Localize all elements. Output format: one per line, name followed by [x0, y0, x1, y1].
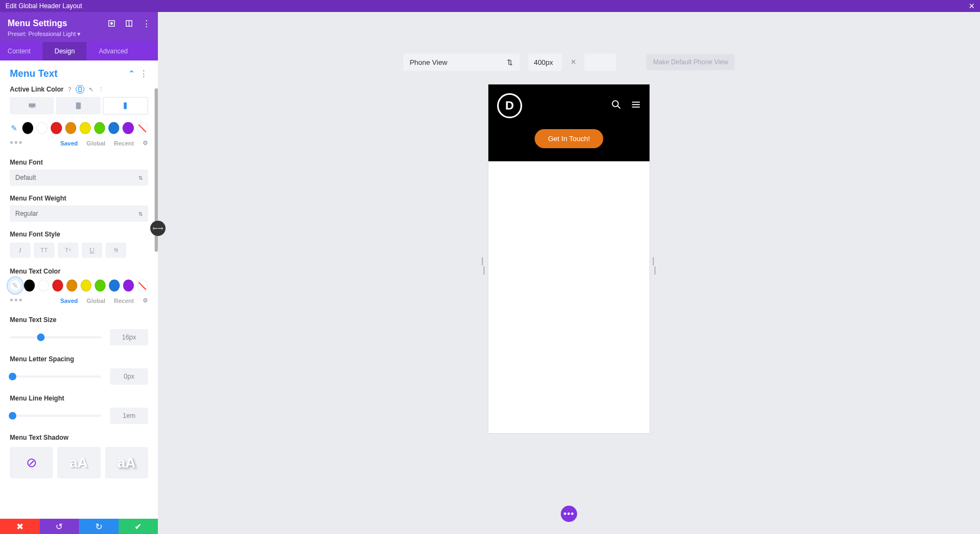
redo-button[interactable]: ↻ [79, 519, 119, 534]
more-colors-icon[interactable]: ••• [10, 295, 23, 306]
letter-spacing-slider[interactable] [10, 375, 101, 378]
palette-saved[interactable]: Saved [60, 140, 78, 147]
palette-global[interactable]: Global [87, 298, 105, 304]
view-mode-select[interactable]: Phone View⇅ [403, 53, 519, 71]
cancel-button[interactable]: ✖ [0, 519, 40, 534]
floating-actions-button[interactable]: ••• [561, 506, 577, 522]
cta-button[interactable]: Get In Touch! [535, 129, 603, 148]
more-colors-icon[interactable]: ••• [10, 137, 23, 149]
gear-icon[interactable]: ⚙ [143, 139, 148, 147]
menu-font-label: Menu Font [10, 159, 148, 166]
section-title: Menu Text [10, 68, 58, 80]
color-none[interactable] [137, 280, 148, 292]
color-purple[interactable] [123, 280, 134, 292]
menu-font-weight-select[interactable]: Regular⇅ [10, 205, 148, 222]
shadow-option-1[interactable]: aA [57, 447, 100, 478]
svg-point-9 [612, 101, 618, 107]
svg-rect-6 [30, 108, 33, 108]
color-purple[interactable] [122, 122, 133, 134]
svg-rect-5 [29, 104, 35, 107]
svg-line-10 [618, 106, 621, 109]
search-icon[interactable] [611, 100, 621, 112]
device-phone[interactable] [103, 97, 148, 114]
gear-icon[interactable]: ⚙ [143, 297, 148, 304]
color-yellow[interactable] [79, 122, 90, 134]
style-uppercase[interactable]: TT [34, 242, 54, 258]
color-green[interactable] [95, 280, 106, 292]
viewport-width-input[interactable]: 400px [528, 53, 562, 71]
eyedropper-selected-icon[interactable]: ✎ [10, 280, 21, 292]
palette-global[interactable]: Global [87, 140, 105, 147]
color-red[interactable] [51, 122, 62, 134]
tab-content[interactable]: Content [0, 42, 42, 60]
hover-icon[interactable]: ↖ [89, 86, 94, 93]
device-desktop[interactable] [10, 97, 54, 114]
menu-font-weight-label: Menu Font Weight [10, 195, 148, 202]
color-white[interactable] [38, 280, 49, 292]
settings-sidebar: Menu Settings ⋮ Preset: Professional Lig… [0, 12, 158, 534]
eyedropper-icon[interactable]: ✎ [10, 124, 19, 132]
style-strike[interactable]: S [106, 242, 126, 258]
tab-advanced[interactable]: Advanced [87, 42, 139, 60]
text-size-value[interactable]: 16px [110, 329, 148, 345]
device-tablet[interactable] [56, 97, 100, 114]
section-vdots-icon[interactable]: ⋮ [139, 69, 148, 79]
make-default-button[interactable]: Make Default Phone View [647, 54, 735, 70]
save-button[interactable]: ✔ [119, 519, 158, 534]
site-logo[interactable]: D [497, 93, 522, 118]
color-white[interactable] [36, 122, 47, 134]
color-black[interactable] [22, 122, 33, 134]
viewport-resize-right[interactable] [653, 257, 656, 275]
menu-text-shadow-label: Menu Text Shadow [10, 434, 148, 441]
responsive-icon[interactable] [76, 85, 84, 94]
menu-text-color-label: Menu Text Color [10, 268, 148, 275]
active-link-color-palette: ✎ [10, 122, 148, 134]
close-icon[interactable]: × [969, 1, 975, 12]
svg-rect-8 [124, 102, 127, 109]
line-height-slider[interactable] [10, 415, 101, 417]
menu-line-height-label: Menu Line Height [10, 395, 148, 402]
palette-recent[interactable]: Recent [114, 140, 134, 147]
shadow-option-2[interactable]: aA [105, 447, 148, 478]
menu-letter-spacing-label: Menu Letter Spacing [10, 355, 148, 363]
svg-point-1 [111, 22, 113, 25]
collapse-icon[interactable]: ⌃ [128, 69, 135, 79]
color-none[interactable] [137, 122, 148, 134]
color-blue[interactable] [109, 280, 120, 292]
color-black[interactable] [24, 280, 35, 292]
svg-rect-4 [78, 87, 81, 92]
letter-spacing-value[interactable]: 0px [110, 368, 148, 385]
color-red[interactable] [52, 280, 63, 292]
style-italic[interactable]: I [10, 242, 30, 258]
menu-font-select[interactable]: Default⇅ [10, 169, 148, 186]
hamburger-icon[interactable] [631, 100, 641, 112]
panel-title: Menu Settings [8, 19, 67, 28]
window-title: Edit Global Header Layout [5, 2, 82, 10]
preset-label[interactable]: Preset: Professional Light ▾ [8, 31, 150, 38]
shadow-none[interactable]: ⊘ [10, 447, 53, 478]
color-blue[interactable] [108, 122, 119, 134]
layout-icon[interactable] [125, 20, 133, 27]
vdots-icon[interactable]: ⋮ [143, 20, 150, 27]
field-vdots-icon[interactable]: ⋮ [98, 86, 104, 93]
active-link-color-label: Active Link Color [10, 86, 64, 93]
focus-icon[interactable] [108, 20, 115, 27]
color-yellow[interactable] [81, 280, 91, 292]
svg-rect-7 [76, 102, 81, 109]
color-orange[interactable] [65, 122, 76, 134]
line-height-value[interactable]: 1em [110, 408, 148, 424]
viewport-resize-left[interactable] [482, 257, 485, 275]
help-icon[interactable]: ? [68, 86, 71, 93]
viewport-height-input[interactable] [585, 53, 616, 71]
palette-saved[interactable]: Saved [60, 298, 78, 304]
style-smallcaps[interactable]: TT [58, 242, 78, 258]
color-green[interactable] [94, 122, 105, 134]
palette-recent[interactable]: Recent [114, 298, 134, 304]
dimension-separator: × [571, 57, 575, 67]
text-size-slider[interactable] [10, 336, 101, 338]
color-orange[interactable] [66, 280, 77, 292]
menu-text-color-palette: ✎ [10, 280, 148, 292]
undo-button[interactable]: ↺ [40, 519, 79, 534]
tab-design[interactable]: Design [42, 42, 87, 60]
style-underline[interactable]: U [82, 242, 102, 258]
